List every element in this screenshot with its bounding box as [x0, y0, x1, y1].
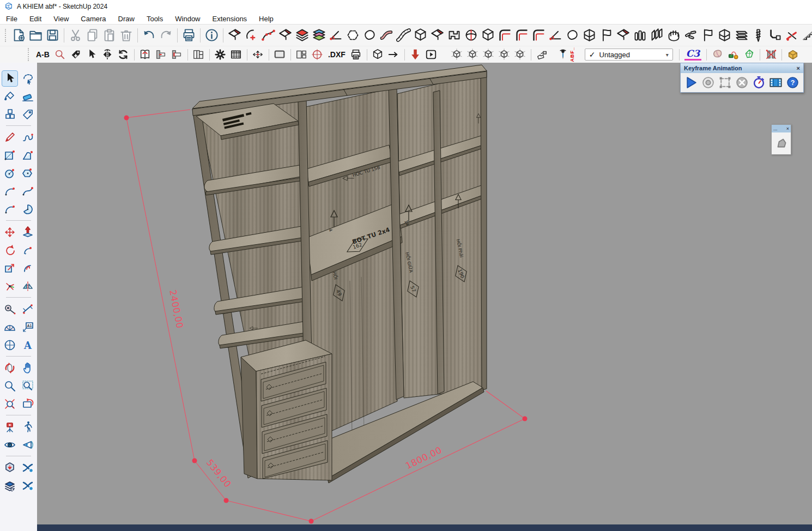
- c3-tool[interactable]: C3: [684, 49, 701, 61]
- beam-tool[interactable]: [446, 26, 463, 45]
- dowels-tool[interactable]: [682, 26, 699, 45]
- menu-view[interactable]: View: [47, 14, 75, 23]
- report-table-button[interactable]: [228, 47, 244, 62]
- pie-tool[interactable]: [20, 201, 36, 218]
- find-tool[interactable]: [52, 47, 68, 62]
- extension-gear-tool-2[interactable]: [20, 478, 36, 494]
- model-viewport[interactable]: BOT TU 2x4 HOC TU 15B HỒI GIỮA HỒI Phải …: [37, 63, 812, 531]
- extension-download-tool[interactable]: [2, 460, 18, 476]
- screw-tool[interactable]: [750, 26, 767, 45]
- edge-band-tool-2[interactable]: [169, 47, 185, 62]
- redo-button[interactable]: [157, 26, 174, 45]
- pencil-diamond-tool[interactable]: [615, 26, 632, 45]
- new-document-button[interactable]: [10, 26, 27, 45]
- box-3d-tool[interactable]: [370, 47, 386, 62]
- corner-round-tool[interactable]: [496, 26, 513, 45]
- three-point-arc-tool[interactable]: [2, 201, 18, 218]
- mini-panel-titlebar[interactable]: ... ×: [772, 125, 791, 132]
- flip-tool[interactable]: [20, 278, 36, 294]
- follow-me-tool[interactable]: [20, 242, 36, 258]
- close-icon[interactable]: ×: [797, 65, 800, 71]
- export-arrow-tool[interactable]: [386, 47, 402, 62]
- view-iso-button[interactable]: [449, 47, 465, 62]
- sail-tool[interactable]: [598, 26, 615, 45]
- offset-tool[interactable]: [20, 260, 36, 276]
- sphere-axis-tool[interactable]: [463, 26, 480, 45]
- view-top-button[interactable]: [512, 47, 528, 62]
- kf-play-button[interactable]: [684, 75, 698, 90]
- components-tool[interactable]: [2, 106, 18, 123]
- pipe-tool[interactable]: [378, 26, 395, 45]
- view-side-button[interactable]: [481, 47, 496, 62]
- gem-tool[interactable]: [741, 47, 757, 62]
- dxf-print-button[interactable]: [348, 47, 364, 62]
- bracket-tool[interactable]: [767, 26, 784, 45]
- tags-dropdown[interactable]: ✓Untagged▾: [585, 49, 673, 61]
- polygon-tool[interactable]: [20, 165, 36, 182]
- copy-button[interactable]: [84, 26, 101, 45]
- select-arrow-tool[interactable]: [84, 47, 100, 62]
- mirror-tool[interactable]: [100, 47, 116, 62]
- layers-tool[interactable]: [294, 26, 311, 45]
- axes-star-tool[interactable]: [2, 278, 18, 294]
- cabinet-frame-tool[interactable]: [581, 26, 598, 45]
- previous-view-tool[interactable]: [20, 396, 36, 412]
- move-tool[interactable]: [2, 224, 18, 240]
- origin-target-tool[interactable]: [310, 47, 325, 62]
- menu-file[interactable]: File: [0, 14, 23, 23]
- kf-record-button[interactable]: [701, 75, 715, 90]
- kf-export-video-button[interactable]: [769, 75, 783, 90]
- bend-tool[interactable]: [395, 26, 412, 45]
- menu-camera[interactable]: Camera: [75, 14, 112, 23]
- rotated-rectangle-tool[interactable]: [20, 147, 36, 164]
- kf-help-button[interactable]: [786, 75, 799, 90]
- zoom-extents-tool[interactable]: [2, 396, 18, 412]
- select-tool[interactable]: [2, 70, 18, 87]
- menu-tools[interactable]: Tools: [141, 14, 169, 23]
- zoom-tool[interactable]: [2, 378, 18, 394]
- two-point-arc-tool[interactable]: [20, 183, 36, 200]
- paste-button[interactable]: [101, 26, 118, 45]
- panel-book-tool[interactable]: [137, 47, 153, 62]
- dimension-tool[interactable]: [20, 301, 36, 317]
- red-columns-tool[interactable]: [763, 47, 779, 62]
- axis-point-tool[interactable]: [328, 26, 344, 45]
- menu-extensions[interactable]: Extensions: [207, 14, 253, 23]
- eraser-tool[interactable]: [20, 88, 36, 105]
- download-red-button[interactable]: [408, 47, 423, 62]
- cut-button[interactable]: [67, 26, 84, 45]
- corner-tool[interactable]: [513, 26, 530, 45]
- shelf-stack-tool[interactable]: [733, 26, 750, 45]
- block-tool[interactable]: [480, 26, 496, 45]
- rectangle-tool[interactable]: [2, 147, 18, 164]
- cross-sticks-tool[interactable]: [784, 26, 801, 45]
- corner-angle-tool[interactable]: [530, 26, 547, 45]
- menu-edit[interactable]: Edit: [23, 14, 47, 23]
- kf-timing-button[interactable]: [752, 75, 766, 90]
- section-view-tool[interactable]: [20, 437, 36, 453]
- undo-button[interactable]: [141, 26, 157, 45]
- edge-band-tool-1[interactable]: [153, 47, 169, 62]
- view-front-button[interactable]: [465, 47, 481, 62]
- shape-tool[interactable]: [361, 26, 378, 45]
- flag-tool[interactable]: [699, 26, 716, 45]
- protractor-tool[interactable]: [2, 319, 18, 335]
- door-panel-tool[interactable]: [716, 26, 733, 45]
- menu-help[interactable]: Help: [253, 14, 280, 23]
- walk-tool[interactable]: [20, 419, 36, 435]
- menu-window[interactable]: Window: [169, 14, 206, 23]
- arc-tool[interactable]: [2, 183, 18, 200]
- model-canvas[interactable]: BOT TU 2x4 HOC TU 15B HỒI GIỮA HỒI Phải …: [37, 63, 812, 531]
- play-scene-button[interactable]: [423, 47, 439, 62]
- abf-drill-tool[interactable]: ABF_: [555, 47, 577, 62]
- paint-bucket-tool[interactable]: [2, 88, 18, 105]
- tag-tool[interactable]: [20, 106, 36, 123]
- kf-select-keys-button[interactable]: [718, 75, 732, 90]
- keyframe-panel-titlebar[interactable]: Keyframe Animation ×: [681, 63, 803, 73]
- sheet-tool[interactable]: [226, 26, 243, 45]
- view-back-button[interactable]: [496, 47, 512, 62]
- freehand-tool[interactable]: [20, 129, 36, 146]
- curve-points-tool[interactable]: [260, 26, 277, 45]
- fold-tool[interactable]: [277, 26, 294, 45]
- circle-tool[interactable]: [2, 165, 18, 182]
